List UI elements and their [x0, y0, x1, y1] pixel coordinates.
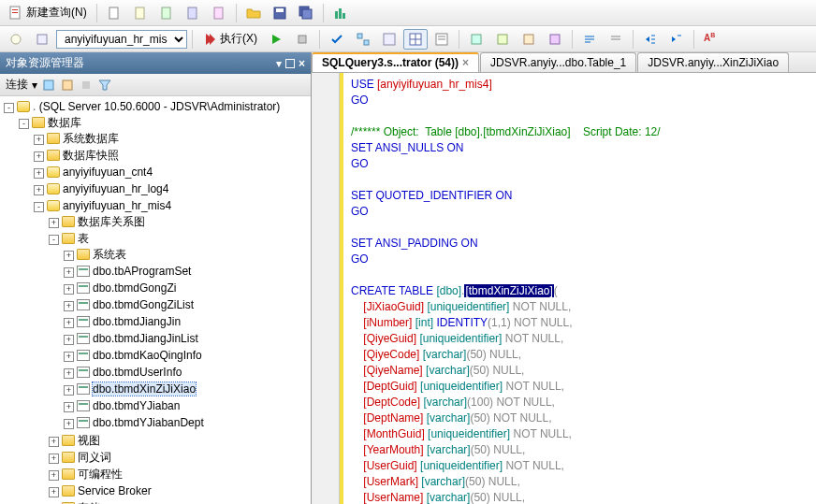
server-node[interactable]: (SQL Server 10.50.6000 - JDSVR\Administr…	[39, 100, 281, 113]
synonyms-node[interactable]: 同义词	[78, 451, 111, 464]
tb-g2[interactable]	[490, 29, 515, 50]
new-query-button[interactable]: 新建查询(N)	[4, 2, 92, 23]
expand-icon[interactable]: +	[34, 151, 44, 162]
table-node[interactable]: dbo.tbAProgramSet	[93, 265, 191, 278]
tb-g4[interactable]	[543, 29, 567, 50]
open-button[interactable]	[241, 3, 266, 23]
expand-icon[interactable]: +	[34, 135, 44, 145]
db-node[interactable]: anyiyifuyuan_cnt4	[63, 166, 153, 179]
tables-node[interactable]: 表	[78, 232, 89, 245]
pin-icon[interactable]	[285, 59, 295, 68]
close-tab-icon[interactable]: ×	[462, 56, 469, 69]
sql-editor[interactable]: USE [anyiyifuyuan_hr_mis4] GO /****** Ob…	[312, 73, 816, 504]
table-icon	[77, 400, 90, 411]
expand-icon[interactable]: +	[49, 454, 59, 464]
connect-db-button[interactable]	[4, 29, 28, 50]
db-node[interactable]: anyiyifuyuan_hr_log4	[63, 182, 168, 195]
g1-icon	[469, 32, 484, 47]
views-node[interactable]: 视图	[78, 434, 100, 447]
expand-icon[interactable]: +	[64, 368, 74, 379]
plan-button[interactable]	[351, 29, 375, 50]
table-node[interactable]: dbo.tbmdGongZiList	[93, 298, 194, 311]
table-node[interactable]: dbo.tbmdKaoQingInfo	[93, 349, 202, 362]
expand-icon[interactable]: +	[64, 251, 74, 261]
dropdown-icon[interactable]: ▾	[276, 57, 282, 70]
database-combo[interactable]: anyiyifuyuan_hr_mis4	[56, 30, 187, 49]
expand-icon[interactable]: -	[4, 103, 14, 113]
refresh-icon[interactable]	[41, 78, 56, 93]
expand-icon[interactable]: +	[49, 470, 59, 481]
comment-button[interactable]	[577, 29, 602, 50]
expand-icon[interactable]: +	[64, 385, 74, 396]
expand-icon[interactable]: +	[49, 487, 59, 497]
tab-sqlquery3[interactable]: SQLQuery3.s...trator (54))×	[312, 52, 479, 72]
filter2-icon[interactable]	[97, 78, 112, 93]
connect-dropdown[interactable]: ▾	[32, 79, 37, 92]
table-node-selected[interactable]: dbo.tbmdXinZiJiXiao	[93, 382, 196, 396]
close-icon[interactable]: ×	[299, 57, 305, 70]
stop-button[interactable]	[290, 29, 314, 50]
expand-icon[interactable]: +	[34, 168, 44, 179]
saveall-button[interactable]	[294, 3, 318, 23]
activity-button[interactable]	[328, 3, 353, 23]
table-node[interactable]: dbo.tbmdJiangJinList	[93, 332, 198, 345]
tb-g1[interactable]	[464, 29, 488, 50]
snapshot-node[interactable]: 数据库快照	[63, 149, 119, 162]
tab-xinzi[interactable]: JDSVR.anyiy...XinZiJiXiao	[637, 52, 789, 72]
expand-icon[interactable]: +	[49, 437, 59, 447]
parse-button[interactable]	[325, 29, 349, 50]
tb-btn-5[interactable]	[207, 3, 231, 23]
sb-node[interactable]: Service Broker	[78, 484, 152, 497]
expand-icon[interactable]: +	[64, 318, 74, 328]
indent-button[interactable]	[638, 29, 663, 50]
results-text-button[interactable]	[430, 29, 454, 50]
execute-button[interactable]: 执行(X)	[197, 28, 262, 50]
results-grid-button[interactable]	[403, 29, 428, 50]
table-node[interactable]: dbo.tbmdJiangJin	[93, 315, 181, 328]
expand-icon[interactable]: +	[64, 284, 74, 295]
object-tree[interactable]: -. (SQL Server 10.50.6000 - JDSVR\Admini…	[0, 96, 311, 504]
table-node[interactable]: dbo.tbmdGongZi	[93, 281, 176, 295]
sysdb-node[interactable]: 系统数据库	[63, 132, 119, 145]
expand-icon[interactable]: -	[19, 119, 29, 129]
svg-rect-42	[82, 81, 90, 89]
tb-btn-1[interactable]	[102, 3, 126, 23]
expand-icon[interactable]: -	[34, 202, 44, 212]
expand-icon[interactable]: +	[64, 402, 74, 412]
file-mdx-icon	[185, 6, 200, 21]
expand-icon[interactable]: +	[64, 301, 74, 311]
outdent-button[interactable]	[664, 29, 689, 50]
folder-icon	[62, 233, 75, 244]
table-node[interactable]: dbo.tbmdYJiabanDept	[93, 416, 204, 429]
table-icon	[77, 333, 90, 344]
expand-icon[interactable]: +	[49, 218, 59, 228]
intellisense-button[interactable]: AB	[699, 29, 723, 50]
databases-node[interactable]: 数据库	[48, 116, 81, 129]
expand-icon[interactable]: +	[64, 419, 74, 429]
change-conn-button[interactable]	[30, 29, 54, 50]
debug-button[interactable]	[264, 29, 288, 50]
tb-g3[interactable]	[517, 29, 541, 50]
expand-icon[interactable]: -	[49, 235, 59, 245]
uncomment-button[interactable]	[604, 29, 628, 50]
tab-table1[interactable]: JDSVR.anyiy...dbo.Table_1	[480, 52, 636, 72]
folder-icon	[62, 435, 75, 446]
table-node[interactable]: dbo.tbmdYJiaban	[93, 399, 180, 412]
systables-node[interactable]: 系统表	[93, 248, 126, 261]
tb-btn-3[interactable]	[154, 3, 179, 23]
expand-icon[interactable]: +	[64, 352, 74, 362]
db-node[interactable]: anyiyifuyuan_hr_mis4	[63, 199, 171, 212]
tb-btn-4[interactable]	[181, 3, 205, 23]
tb-btn-2[interactable]	[128, 3, 153, 23]
expand-icon[interactable]: +	[64, 267, 74, 278]
stop2-icon[interactable]	[79, 78, 94, 93]
sql-code[interactable]: USE [anyiyifuyuan_hr_mis4] GO /****** Ob…	[340, 73, 816, 504]
expand-icon[interactable]: +	[64, 335, 74, 345]
diagram-node[interactable]: 数据库关系图	[78, 215, 145, 228]
table-node[interactable]: dbo.tbmdUserInfo	[93, 366, 182, 379]
expand-icon[interactable]: +	[34, 185, 44, 195]
save-button[interactable]	[268, 3, 292, 23]
prog-node[interactable]: 可编程性	[78, 468, 123, 481]
options-button[interactable]	[377, 29, 401, 50]
filter-icon[interactable]	[60, 78, 75, 93]
